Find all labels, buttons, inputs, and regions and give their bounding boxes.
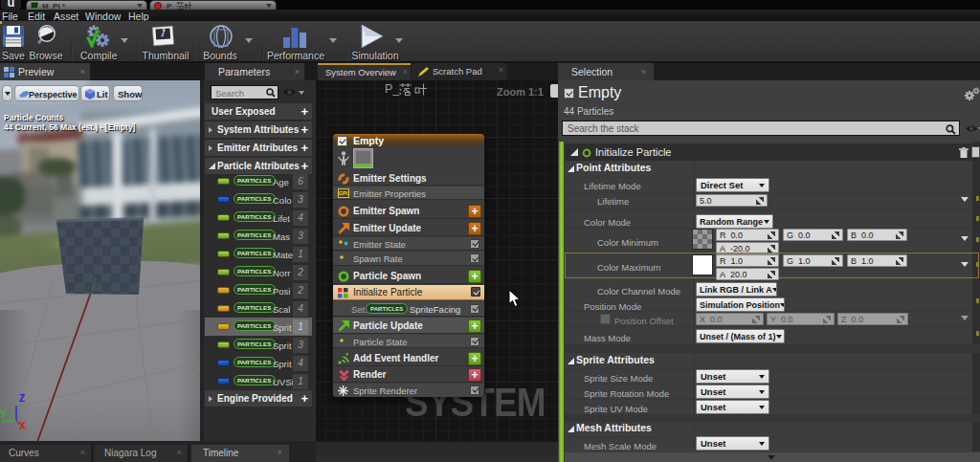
svg-text:X: X	[19, 421, 26, 429]
svg-text:Z: Z	[19, 393, 25, 404]
svg-text:Y: Y	[0, 409, 7, 420]
svg-text:GPU: GPU	[339, 190, 349, 196]
